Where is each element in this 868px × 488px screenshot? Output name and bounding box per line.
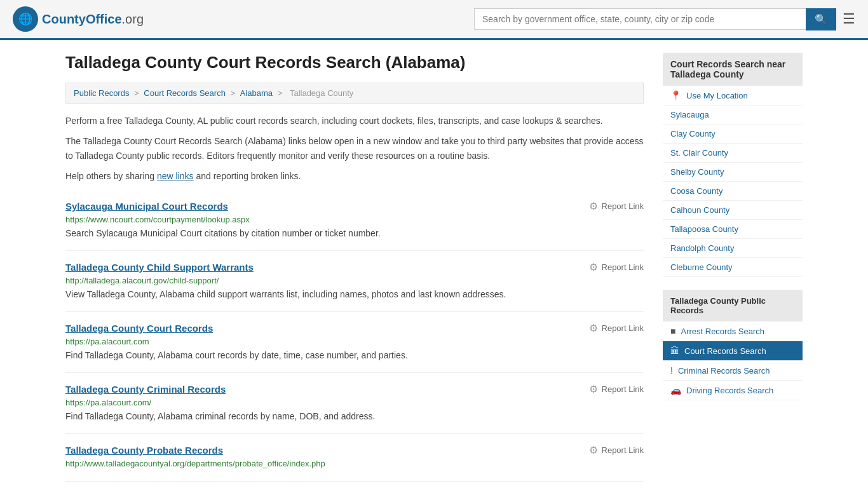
result-title-1[interactable]: Talladega County Child Support Warrants xyxy=(65,262,254,273)
result-url-3[interactable]: https://pa.alacourt.com/ xyxy=(65,398,644,407)
report-icon: ⚙ xyxy=(589,322,598,334)
main-container: Talladega County Court Records Search (A… xyxy=(53,40,815,488)
result-url-2[interactable]: https://pa.alacourt.com xyxy=(65,337,644,346)
result-url-1[interactable]: http://talladega.alacourt.gov/child-supp… xyxy=(65,276,644,285)
result-header: Talladega County Child Support Warrants … xyxy=(65,261,644,273)
menu-button[interactable]: ☰ xyxy=(843,11,855,27)
nearby-link-0[interactable]: Sylacauga xyxy=(663,105,803,125)
result-url-4[interactable]: http://www.talladegacountyal.org/departm… xyxy=(65,459,644,468)
nearby-title: Court Records Search near Talladega Coun… xyxy=(663,53,803,86)
sidebar-link-label-3: Driving Records Search xyxy=(686,386,773,395)
breadcrumb: Public Records > Court Records Search > … xyxy=(65,83,644,104)
search-bar: 🔍 ☰ xyxy=(474,8,855,30)
search-icon: 🔍 xyxy=(815,14,827,25)
result-desc-3: Find Talladega County, Alabama criminal … xyxy=(65,410,644,423)
result-title-0[interactable]: Sylacauga Municipal Court Records xyxy=(65,201,228,212)
public-records-link-2[interactable]: !Criminal Records Search xyxy=(663,361,803,381)
sidebar-link-label-1: Court Records Search xyxy=(684,346,766,356)
result-desc-2: Find Talladega County, Alabama court rec… xyxy=(65,349,644,362)
sidebar-link-label-2: Criminal Records Search xyxy=(678,366,770,376)
breadcrumb-public-records[interactable]: Public Records xyxy=(74,88,129,98)
use-my-location-link[interactable]: 📍 Use My Location xyxy=(663,86,803,105)
report-link-4[interactable]: ⚙ Report Link xyxy=(589,444,644,456)
report-link-2[interactable]: ⚙ Report Link xyxy=(589,322,644,334)
report-icon: ⚙ xyxy=(589,200,598,212)
public-records-link-1[interactable]: 🏛Court Records Search xyxy=(663,341,803,361)
search-input[interactable] xyxy=(474,8,806,30)
breadcrumb-court-records[interactable]: Court Records Search xyxy=(144,88,226,98)
nearby-links-list: SylacaugaClay CountySt. Clair CountyShel… xyxy=(663,105,803,277)
result-desc-0: Search Sylacauga Municipal Court citatio… xyxy=(65,227,644,240)
public-records-links-list: ■Arrest Records Search🏛Court Records Sea… xyxy=(663,322,803,400)
nearby-link-5[interactable]: Calhoun County xyxy=(663,201,803,220)
sidebar: Court Records Search near Talladega Coun… xyxy=(663,53,803,482)
result-header: Talladega County Probate Records ⚙ Repor… xyxy=(65,444,644,456)
result-item: Talladega County Probate Records ⚙ Repor… xyxy=(65,434,644,482)
description-2: The Talladega County Court Records Searc… xyxy=(65,134,644,163)
nearby-link-8[interactable]: Cleburne County xyxy=(663,258,803,277)
page-title: Talladega County Court Records Search (A… xyxy=(65,53,644,72)
logo[interactable]: 🌐 CountyOffice.org xyxy=(13,6,144,32)
breadcrumb-alabama[interactable]: Alabama xyxy=(240,88,273,98)
nearby-link-6[interactable]: Tallapoosa County xyxy=(663,220,803,239)
report-label: Report Link xyxy=(602,201,644,211)
report-link-1[interactable]: ⚙ Report Link xyxy=(589,261,644,273)
report-icon: ⚙ xyxy=(589,261,598,273)
report-label: Report Link xyxy=(602,384,644,394)
result-item: Talladega County Court Records ⚙ Report … xyxy=(65,312,644,373)
hamburger-icon: ☰ xyxy=(843,11,855,27)
result-title-2[interactable]: Talladega County Court Records xyxy=(65,323,213,334)
report-link-3[interactable]: ⚙ Report Link xyxy=(589,383,644,395)
results-list: Sylacauga Municipal Court Records ⚙ Repo… xyxy=(65,190,644,482)
sidebar-icon-2: ! xyxy=(670,365,673,376)
search-button[interactable]: 🔍 xyxy=(806,8,836,30)
logo-icon: 🌐 xyxy=(13,6,38,32)
nearby-link-7[interactable]: Randolph County xyxy=(663,239,803,258)
public-records-link-3[interactable]: 🚗Driving Records Search xyxy=(663,381,803,400)
site-header: 🌐 CountyOffice.org 🔍 ☰ xyxy=(0,0,868,40)
sidebar-icon-0: ■ xyxy=(670,326,675,336)
result-title-4[interactable]: Talladega County Probate Records xyxy=(65,445,223,456)
public-records-link-0[interactable]: ■Arrest Records Search xyxy=(663,322,803,341)
report-label: Report Link xyxy=(602,323,644,333)
result-header: Talladega County Court Records ⚙ Report … xyxy=(65,322,644,334)
result-item: Talladega County Child Support Warrants … xyxy=(65,251,644,312)
sidebar-icon-3: 🚗 xyxy=(670,385,681,395)
logo-text: CountyOffice.org xyxy=(42,12,144,27)
sidebar-icon-1: 🏛 xyxy=(670,346,679,356)
result-header: Talladega County Criminal Records ⚙ Repo… xyxy=(65,383,644,395)
public-records-section: Talladega County Public Records ■Arrest … xyxy=(663,290,803,400)
breadcrumb-current: Talladega County xyxy=(290,88,353,98)
nearby-link-2[interactable]: St. Clair County xyxy=(663,144,803,163)
public-records-title: Talladega County Public Records xyxy=(663,290,803,322)
description-1: Perform a free Talladega County, AL publ… xyxy=(65,114,644,128)
location-icon: 📍 xyxy=(670,90,681,100)
nearby-link-4[interactable]: Coosa County xyxy=(663,182,803,201)
report-link-0[interactable]: ⚙ Report Link xyxy=(589,200,644,212)
report-icon: ⚙ xyxy=(589,383,598,395)
report-label: Report Link xyxy=(602,262,644,272)
new-links-link[interactable]: new links xyxy=(157,171,194,181)
report-label: Report Link xyxy=(602,445,644,455)
nearby-section: Court Records Search near Talladega Coun… xyxy=(663,53,803,277)
sidebar-link-label-0: Arrest Records Search xyxy=(681,327,764,336)
result-item: Talladega County Criminal Records ⚙ Repo… xyxy=(65,373,644,434)
result-header: Sylacauga Municipal Court Records ⚙ Repo… xyxy=(65,200,644,212)
report-icon: ⚙ xyxy=(589,444,598,456)
nearby-link-3[interactable]: Shelby County xyxy=(663,163,803,182)
result-item: Sylacauga Municipal Court Records ⚙ Repo… xyxy=(65,190,644,251)
nearby-link-1[interactable]: Clay County xyxy=(663,125,803,144)
result-desc-1: View Talladega County, Alabama child sup… xyxy=(65,288,644,301)
content-area: Talladega County Court Records Search (A… xyxy=(65,53,644,482)
result-title-3[interactable]: Talladega County Criminal Records xyxy=(65,384,226,395)
result-url-0[interactable]: https://www.ncourt.com/courtpayment/look… xyxy=(65,215,644,224)
description-3: Help others by sharing new links and rep… xyxy=(65,169,644,183)
